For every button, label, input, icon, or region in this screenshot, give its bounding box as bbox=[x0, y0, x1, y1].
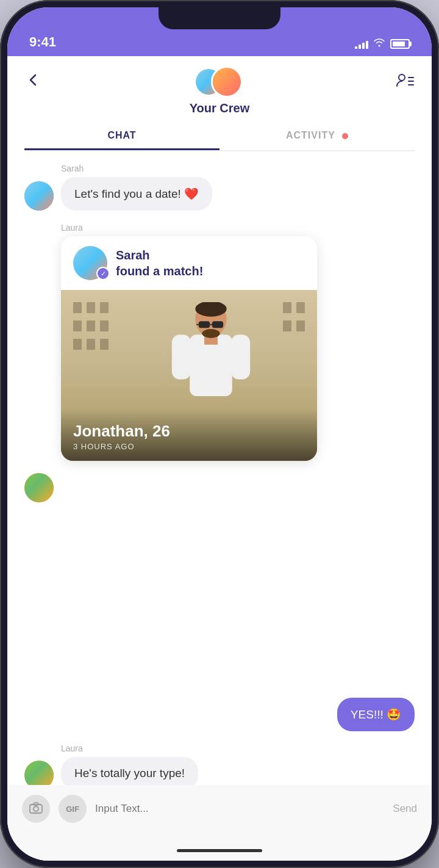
svg-rect-11 bbox=[212, 321, 223, 328]
laura-avatar-row bbox=[24, 473, 415, 502]
tab-activity[interactable]: ACTIVITY bbox=[220, 123, 415, 150]
svg-point-16 bbox=[34, 806, 38, 811]
match-name: Jonathan, 26 bbox=[73, 422, 305, 441]
tabs: CHAT ACTIVITY bbox=[24, 123, 415, 151]
camera-button[interactable] bbox=[22, 795, 50, 823]
sender-label-laura-1: Laura bbox=[61, 223, 415, 233]
match-avatar-wrap: ✓ bbox=[73, 246, 107, 280]
input-area: GIF Send bbox=[7, 785, 432, 840]
header-title: Your Crew bbox=[190, 101, 250, 115]
avatar-laura-2 bbox=[24, 761, 54, 785]
match-card-wrapper: ✓ Sarah found a match! bbox=[24, 236, 415, 461]
match-photo-overlay: Jonathan, 26 3 HOURS AGO bbox=[61, 410, 317, 461]
avatar-sarah bbox=[24, 181, 54, 211]
camera-icon bbox=[29, 801, 43, 817]
wifi-icon bbox=[373, 37, 385, 50]
bubble-laura-2: He's totally your type! bbox=[61, 757, 198, 785]
sender-label-sarah: Sarah bbox=[61, 164, 415, 173]
message-row-laura-2: He's totally your type! bbox=[24, 757, 415, 785]
bubble-me: YES!!! 🤩 bbox=[337, 698, 415, 731]
signal-bars bbox=[355, 39, 368, 49]
match-photo: Jonathan, 26 3 HOURS AGO bbox=[61, 290, 317, 461]
members-button[interactable] bbox=[395, 71, 415, 93]
svg-rect-9 bbox=[231, 335, 250, 379]
phone-frame: 9:41 bbox=[0, 0, 439, 868]
battery-icon bbox=[390, 39, 410, 49]
status-time: 9:41 bbox=[29, 34, 56, 50]
svg-rect-17 bbox=[34, 803, 38, 805]
match-card[interactable]: ✓ Sarah found a match! bbox=[61, 236, 317, 461]
sender-label-laura-2: Laura bbox=[61, 743, 415, 753]
match-text: Sarah found a match! bbox=[116, 247, 203, 279]
send-button[interactable]: Send bbox=[393, 803, 417, 815]
svg-point-0 bbox=[399, 74, 405, 81]
text-input[interactable] bbox=[95, 803, 384, 815]
svg-rect-10 bbox=[199, 321, 210, 328]
activity-dot bbox=[342, 133, 348, 139]
match-check-icon: ✓ bbox=[96, 267, 110, 280]
home-bar bbox=[177, 849, 262, 852]
svg-rect-8 bbox=[172, 335, 191, 379]
header-row bbox=[24, 66, 415, 98]
svg-rect-15 bbox=[30, 805, 42, 813]
notch bbox=[159, 7, 280, 29]
svg-point-14 bbox=[202, 329, 220, 338]
bubble-sarah-1: Let's find you a date! ❤️ bbox=[61, 177, 212, 211]
battery-fill bbox=[393, 42, 405, 46]
tab-chat[interactable]: CHAT bbox=[24, 123, 220, 150]
match-header: ✓ Sarah found a match! bbox=[61, 236, 317, 290]
gif-button[interactable]: GIF bbox=[59, 795, 87, 823]
avatar-laura bbox=[24, 473, 54, 502]
group-avatar bbox=[194, 66, 243, 98]
avatar-2 bbox=[211, 66, 243, 98]
header: Your Crew CHAT ACTIVITY bbox=[7, 56, 432, 151]
back-button[interactable] bbox=[24, 71, 41, 93]
status-icons bbox=[355, 37, 410, 50]
phone-inner: 9:41 bbox=[7, 7, 432, 861]
chat-area[interactable]: Sarah Let's find you a date! ❤️ Laura bbox=[7, 151, 432, 785]
home-indicator bbox=[7, 840, 432, 861]
match-time: 3 HOURS AGO bbox=[73, 442, 305, 451]
message-row: Let's find you a date! ❤️ bbox=[24, 177, 415, 211]
message-row-me: YES!!! 🤩 bbox=[24, 698, 415, 731]
